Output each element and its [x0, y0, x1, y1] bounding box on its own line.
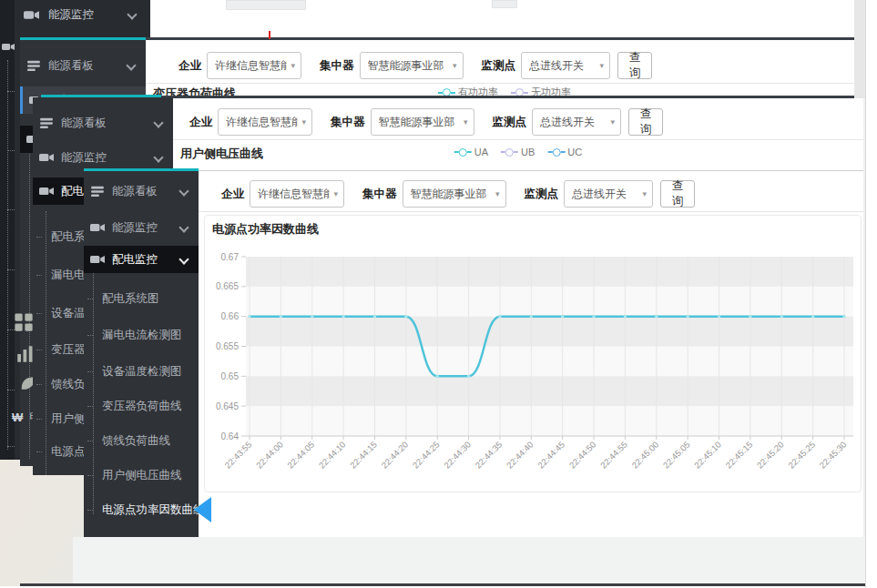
point-label: 监测点: [493, 115, 527, 130]
concentrator-select[interactable]: 智慧能源事业部 ▾: [371, 108, 474, 136]
sidebar-item-user-voltage[interactable]: 用户侧电压曲线: [84, 461, 199, 489]
chevron-down-icon: [178, 222, 189, 232]
sidebar-item-label: 能源监控: [48, 7, 128, 23]
concentrator-label: 集中器: [362, 187, 397, 202]
sidebar-item-kanban[interactable]: 能源看板: [33, 109, 173, 137]
sidebar-item-device-temp[interactable]: 设备温度检测图: [84, 358, 199, 385]
svg-text:22:44:30: 22:44:30: [442, 440, 473, 471]
chevron-down-icon: [178, 254, 189, 264]
svg-text:22:44:50: 22:44:50: [567, 440, 598, 471]
panel3-content: 企业 许继信息智慧能源 ▾ 集中器 智慧能源事业部 ▾ 监测点 总进线开关 ▾ …: [173, 98, 863, 171]
caret-down-icon: ▾: [599, 61, 604, 70]
svg-text:22:44:45: 22:44:45: [535, 440, 566, 471]
sidebar-item-leakage-current[interactable]: 漏电电流检测图: [84, 321, 199, 349]
concentrator-select[interactable]: 智慧能源事业部 ▾: [403, 180, 506, 208]
chevron-down-icon: [178, 186, 189, 196]
svg-text:22:44:00: 22:44:00: [254, 440, 285, 471]
legend-item[interactable]: UA: [454, 147, 488, 157]
enterprise-select[interactable]: 许继信息智慧能源 ▾: [207, 52, 301, 79]
tree-tick: [7, 269, 15, 270]
svg-text:22:44:40: 22:44:40: [505, 440, 535, 471]
svg-text:0.66: 0.66: [221, 311, 240, 321]
sidebar-item-power-factor[interactable]: 电源点功率因数曲线: [84, 496, 199, 523]
concentrator-select[interactable]: 智慧能源事业部 ▾: [360, 52, 464, 79]
camera-icon: [24, 9, 39, 21]
svg-text:22:44:35: 22:44:35: [473, 440, 504, 471]
kanban-icon: [90, 186, 105, 197]
panel4-content: 企业 许继信息智慧能源 ▾ 集中器 智慧能源事业部 ▾ 监测点 总进线开关 ▾ …: [199, 171, 863, 537]
tree-tick: [87, 475, 93, 476]
won-icon: ₩: [12, 411, 23, 424]
panel4-filter-row: 企业 许继信息智慧能源 ▾ 集中器 智慧能源事业部 ▾ 监测点 总进线开关 ▾ …: [221, 178, 695, 209]
panel2-filter-row: 企业 许继信息智慧能源 ▾ 集中器 智慧能源事业部 ▾ 监测点 总进线开关 ▾ …: [178, 50, 652, 81]
panel3-filter-row: 企业 许继信息智慧能源 ▾ 集中器 智慧能源事业部 ▾ 监测点 总进线开关 ▾ …: [189, 106, 663, 137]
active-item-arrow-icon: [194, 497, 211, 522]
chevron-down-icon: [153, 117, 163, 127]
legend-item[interactable]: UC: [547, 147, 582, 157]
tree-tick: [36, 350, 42, 350]
enterprise-label: 企业: [189, 115, 212, 130]
chevron-down-icon: [126, 60, 136, 70]
caret-down-icon: ▾: [464, 117, 468, 127]
svg-text:22:44:10: 22:44:10: [317, 440, 348, 471]
svg-text:22:45:05: 22:45:05: [661, 440, 692, 471]
enterprise-label: 企业: [178, 58, 201, 74]
sidebar-item-energy-monitor-root[interactable]: 能源监控: [15, 2, 150, 27]
tree-tick: [87, 510, 93, 511]
panel4-sidebar: 能源看板能源监控配电监控配电系统图漏电电流检测图设备温度检测图变压器负荷曲线馈线…: [84, 171, 199, 537]
sidebar-item-feeder-load[interactable]: 馈线负荷曲线: [84, 427, 199, 454]
tree-guide: [7, 60, 8, 450]
camera-icon: [39, 186, 54, 197]
svg-text:22:45:15: 22:45:15: [723, 440, 754, 471]
caret-down-icon: ▾: [301, 117, 306, 127]
tree-tick: [36, 384, 42, 385]
power-factor-chart-card: 电源点功率因数曲线 0.640.6450.650.6550.660.6650.6…: [204, 215, 862, 492]
point-label: 监测点: [482, 58, 516, 74]
cropped-toolbar-artifact: [492, 0, 517, 8]
svg-text:0.64: 0.64: [221, 431, 240, 441]
svg-text:22:44:25: 22:44:25: [411, 440, 442, 471]
sidebar-item-monitor[interactable]: 能源监控: [33, 144, 173, 171]
point-select[interactable]: 总进线开关 ▾: [521, 52, 610, 79]
enterprise-select[interactable]: 许继信息智慧能源 ▾: [218, 108, 312, 136]
camera-icon: [39, 152, 54, 163]
power-factor-line-chart: 0.640.6450.650.6550.660.6650.6722:43:552…: [205, 216, 861, 489]
sidebar-item-transformer-load[interactable]: 变压器负荷曲线: [84, 392, 199, 420]
tree-tick: [87, 299, 93, 299]
query-button[interactable]: 查询: [660, 180, 695, 208]
grid-icon[interactable]: [13, 312, 35, 332]
svg-text:22:44:55: 22:44:55: [598, 440, 629, 471]
query-button[interactable]: 查询: [628, 108, 663, 136]
tree-tick: [36, 419, 42, 420]
divider: [146, 83, 863, 84]
chevron-down-icon: [153, 152, 163, 162]
concentrator-label: 集中器: [331, 115, 365, 130]
svg-text:0.655: 0.655: [216, 341, 239, 351]
tree-tick: [7, 91, 15, 92]
camera-icon: [90, 254, 105, 265]
point-select[interactable]: 总进线开关 ▾: [532, 108, 621, 136]
sidebar-item-kanban[interactable]: 能源看板: [20, 52, 146, 79]
sidebar-item-system-diagram[interactable]: 配电系统图: [84, 285, 199, 312]
point-select[interactable]: 总进线开关 ▾: [564, 180, 653, 208]
scrollbar-thumb[interactable]: [854, 0, 865, 98]
caret-down-icon: ▾: [610, 117, 615, 127]
tree-tick: [7, 446, 15, 447]
tree-tick: [87, 406, 93, 407]
svg-text:0.67: 0.67: [221, 252, 240, 262]
tree-tick: [87, 441, 93, 441]
sidebar-item-distribution[interactable]: 配电监控: [84, 246, 199, 273]
tree-tick: [36, 451, 42, 452]
panel2-content: 企业 许继信息智慧能源 ▾ 集中器 智慧能源事业部 ▾ 监测点 总进线开关 ▾ …: [146, 40, 863, 98]
tree-tick: [36, 313, 42, 314]
legend-item[interactable]: UB: [501, 147, 535, 157]
kanban-icon: [39, 117, 54, 128]
sidebar-item-kanban[interactable]: 能源看板: [84, 177, 199, 205]
enterprise-select[interactable]: 许继信息智慧能源 ▾: [250, 180, 344, 208]
svg-text:22:44:20: 22:44:20: [379, 440, 410, 471]
svg-text:0.645: 0.645: [216, 401, 239, 411]
tree-tick: [7, 150, 15, 151]
divider: [199, 211, 863, 212]
sidebar-item-monitor[interactable]: 能源监控: [84, 214, 199, 241]
query-button[interactable]: 查询: [617, 52, 652, 79]
